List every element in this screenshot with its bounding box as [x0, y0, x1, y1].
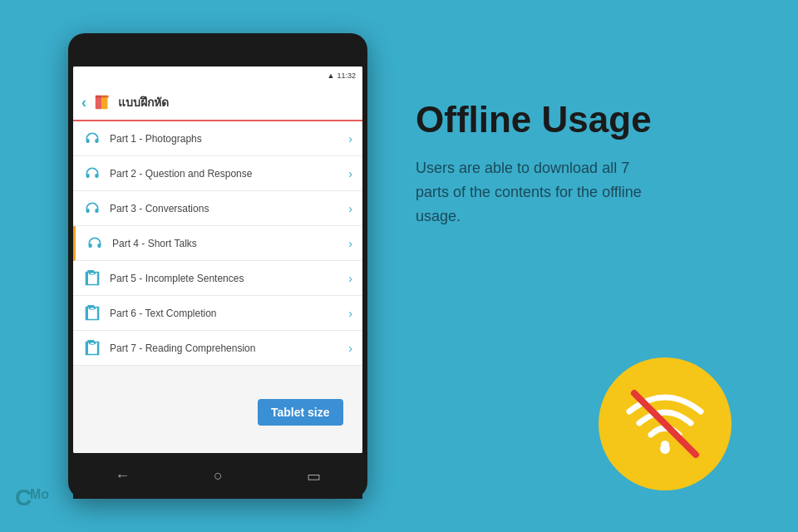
home-nav-button[interactable]: ○: [214, 467, 223, 485]
book-icon: [83, 269, 101, 288]
list-item-label: Part 6 - Text Completion: [110, 308, 340, 319]
time-display: 11:32: [337, 71, 356, 80]
list-item[interactable]: Part 2 - Question and Response ›: [73, 156, 362, 191]
offline-description: Users are able to download all 7 parts o…: [416, 156, 665, 228]
chevron-icon: ›: [348, 272, 352, 285]
list-item-label: Part 7 - Reading Comprehension: [110, 342, 340, 354]
chevron-icon: ›: [348, 202, 352, 215]
list-item[interactable]: Part 7 - Reading Comprehension ›: [73, 331, 362, 366]
list-item-label: Part 3 - Conversations: [110, 203, 340, 214]
wifi-circle: [598, 357, 732, 490]
chevron-icon: ›: [348, 307, 352, 320]
list-item[interactable]: Part 5 - Incomplete Sentences ›: [73, 261, 362, 296]
svg-text:Mo: Mo: [30, 487, 49, 501]
headphone-icon: [83, 130, 101, 148]
tablet-device: ▲ 11:32 ‹ แบบฝึกหัด: [68, 33, 367, 499]
headphone-icon: [86, 234, 104, 253]
svg-point-3: [660, 444, 670, 454]
list-item-label: Part 4 - Short Talks: [112, 238, 340, 249]
book-icon: [83, 304, 101, 323]
offline-title: Offline Usage: [416, 100, 748, 140]
app-title: แบบฝึกหัด: [118, 93, 169, 111]
back-button[interactable]: ‹: [81, 94, 86, 111]
app-header: ‹ แบบฝึกหัด: [73, 85, 362, 121]
tablet-badge: Tablet size: [258, 399, 343, 426]
wifi-off-container: [598, 357, 732, 490]
back-nav-button[interactable]: ←: [115, 467, 130, 485]
chevron-icon: ›: [348, 237, 352, 250]
recents-nav-button[interactable]: ▭: [307, 467, 321, 485]
book-icon: [83, 339, 101, 357]
chevron-icon: ›: [348, 167, 352, 180]
wifi-icon: ▲: [328, 71, 335, 80]
wifi-off-icon: [619, 378, 711, 470]
list-item-label: Part 2 - Question and Response: [110, 168, 340, 180]
list-item-label: Part 5 - Incomplete Sentences: [110, 273, 340, 284]
chevron-icon: ›: [348, 342, 352, 355]
list-item-label: Part 1 - Photographs: [110, 133, 340, 145]
headphone-icon: [83, 165, 101, 183]
status-bar: ▲ 11:32: [73, 66, 362, 85]
svg-rect-2: [96, 96, 110, 98]
chevron-icon: ›: [348, 132, 352, 145]
tablet-screen: ▲ 11:32 ‹ แบบฝึกหัด: [73, 66, 362, 453]
status-icons: ▲ 11:32: [328, 71, 356, 80]
list-item[interactable]: Part 3 - Conversations ›: [73, 191, 362, 226]
list-item[interactable]: Part 4 - Short Talks ›: [73, 226, 362, 261]
offline-section: Offline Usage Users are able to download…: [416, 100, 748, 229]
headphone-icon: [83, 200, 101, 218]
cmo-logo: C Mo: [15, 479, 57, 517]
app-book-icon: [93, 93, 111, 111]
list-item[interactable]: Part 1 - Photographs ›: [73, 121, 362, 156]
nav-bar: ← ○ ▭: [73, 453, 362, 499]
list-item[interactable]: Part 6 - Text Completion ›: [73, 296, 362, 331]
